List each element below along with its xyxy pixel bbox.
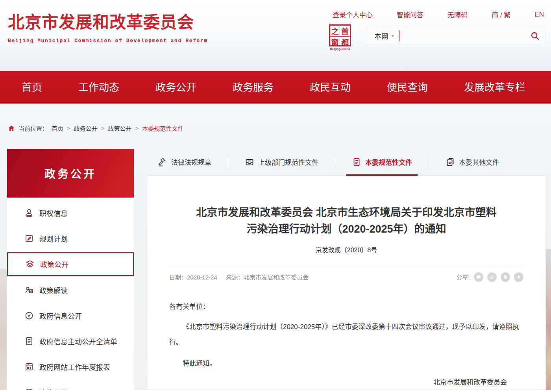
tab-superior-normative-documents[interactable]: 上级部门规范性文件 [239,149,325,175]
sidebar-item-authority-info[interactable]: 职权信息 [7,200,134,226]
nav-item-home[interactable]: 首页 [22,79,42,94]
site-logo: 北京市发展和改革委员会 Beijing Municipal Commission… [8,9,208,44]
document-number: 京发改规〔2020〕8号 [169,245,523,254]
sidebar-item-website-annual-report[interactable]: 政府网站工作年度报表 [7,354,134,379]
sidebar-item-gov-info-openness[interactable]: 政府信息公开 [7,303,134,328]
document-type-tabs: 法律法规规章 上级部门规范性文件 [148,149,545,176]
search-scope-dropdown[interactable]: 本网 ▾ [366,31,399,41]
breadcrumb-separator: > [135,125,139,131]
tab-separator [429,157,429,167]
tab-label: 法律法规规章 [171,157,211,167]
breadcrumb-separator: > [67,125,70,131]
article-meta-row: 日期：2020-12-24 来源：北京市发展和改革委员会 分享: [169,267,523,287]
background-art-right [546,249,551,390]
share-favorite-icon[interactable]: ★ [514,272,523,282]
article-title: 北京市发展和改革委员会 北京市生态环境局关于印发北京市塑料 污染治理行动计划（2… [169,205,523,238]
article-body: 各有关单位： 《北京市塑料污染治理行动计划（2020-2025年）》已经市委深改… [169,300,523,389]
site-title: 北京市发展和改革委员会 [8,9,208,33]
site-header: 北京市发展和改革委员会 Beijing Municipal Commission… [0,0,551,71]
breadcrumb: 当前位置： 首页 > 政务公开 > 政策公开 > 本委规范性文件 [0,104,551,132]
sidebar-item-label: 政府信息主动公开全清单 [39,336,117,346]
seal-char: 之 [330,26,340,37]
document-icon [352,157,361,167]
content-layout: 政务公开 职权信息 规划计划 [0,149,551,390]
sidebar-item-policy-openness[interactable]: 政策公开 [7,252,134,276]
sidebar-item-label: 职权信息 [39,208,68,218]
sidebar-item-label: 政府信息公开 [39,311,82,321]
sidebar-item-policy-interpretation[interactable]: 政策解读 [7,277,134,303]
sidebar-item-label: 决策目录 [39,387,68,390]
share-bar: 分享: [457,272,523,282]
sidebar-item-decision-catalog[interactable]: 决策目录 [7,379,134,390]
home-icon [8,125,15,132]
beijing-china-seal-logo: 之 首 窗 都 Beijing-China [327,24,353,51]
site-subtitle: Beijing Municipal Commission of Developm… [8,38,208,44]
calendar-icon [24,388,34,390]
seal-char: 窗 [330,37,340,47]
report-table-icon [24,362,34,372]
login-personal-center-link[interactable]: 登录个人中心 [333,9,373,19]
breadcrumb-policy-openness[interactable]: 政策公开 [108,124,132,132]
article-signature: 北京市发展和改革委员会 [169,376,523,389]
article-paragraph: 《北京市塑料污染治理行动计划（2020-2025年）》已经市委深改委第十四次会议… [169,319,523,350]
article-meta: 日期：2020-12-24 来源：北京市发展和改革委员会 [169,273,316,281]
share-label: 分享: [457,273,470,281]
search-icon [530,31,540,41]
main-navigation: 首页 工作动态 政务公开 政务服务 政民互动 便民查询 发展改革专栏 [0,71,551,104]
inbox-icon [245,157,254,167]
seal-char: 首 [340,26,350,37]
page-body: 当前位置： 首页 > 政务公开 > 政策公开 > 本委规范性文件 政务公开 职权… [0,104,551,390]
nav-item-work-updates[interactable]: 工作动态 [78,79,119,94]
chevron-down-icon: ▾ [392,33,394,39]
nav-item-gov-services[interactable]: 政务服务 [233,79,274,94]
search-button[interactable] [525,27,545,44]
nav-item-gov-openness[interactable]: 政务公开 [155,79,196,94]
gavel-icon [158,157,167,167]
search-bar: 本网 ▾ [366,27,545,45]
article-title-line: 北京市发展和改革委员会 北京市生态环境局关于印发北京市塑料 [169,205,523,221]
sidebar-item-label: 政策公开 [40,259,68,269]
search-scope-label: 本网 [374,31,388,41]
seal-char: 都 [340,37,350,47]
nav-item-public-interaction[interactable]: 政民互动 [310,79,351,94]
article: 北京市发展和改革委员会 北京市生态环境局关于印发北京市塑料 污染治理行动计划（2… [148,176,545,389]
tab-commission-normative-documents[interactable]: 本委规范性文件 [346,149,418,175]
seal-caption: Beijing-China [327,47,353,51]
accessibility-link[interactable]: 无障碍 [447,9,468,19]
sidebar-item-proactive-disclosure-list[interactable]: 政府信息主动公开全清单 [7,328,134,354]
tab-laws-regulations[interactable]: 法律法规规章 [152,149,218,175]
search-input[interactable] [404,27,525,44]
share-weibo-icon[interactable] [487,272,497,282]
sidebar-item-label: 规划计划 [39,233,68,244]
breadcrumb-home[interactable]: 首页 [52,124,63,132]
sidebar-item-label: 政府网站工作年度报表 [39,362,110,372]
sidebar: 政务公开 职权信息 规划计划 [7,149,134,390]
article-salutation: 各有关单位： [169,300,523,314]
breadcrumb-current: 本委规范性文件 [142,124,183,132]
nav-item-convenient-query[interactable]: 便民查询 [387,79,428,94]
tab-commission-other-documents[interactable]: 本委其他文件 [439,149,505,175]
layers-icon [25,259,35,269]
tab-separator [228,157,228,167]
tab-label: 上级部门规范性文件 [258,157,318,167]
sidebar-title: 政务公开 [7,149,134,198]
stamp-icon [24,208,34,218]
document-list-icon [24,337,34,346]
nav-item-reform-column[interactable]: 发展改革专栏 [464,79,525,94]
article-date: 日期：2020-12-24 [169,274,217,281]
simplified-traditional-link[interactable]: 简 / 繁 [492,9,510,19]
share-qq-icon[interactable] [501,272,510,282]
english-link[interactable]: EN [534,11,544,18]
seal-characters: 之 首 窗 都 [329,24,351,46]
share-wechat-icon[interactable] [474,272,483,282]
background-art-left [0,269,7,390]
breadcrumb-gov-openness[interactable]: 政务公开 [74,124,98,132]
person-check-icon [24,285,34,295]
sidebar-item-plans[interactable]: 规划计划 [7,226,134,251]
article-title-line: 污染治理行动计划（2020-2025年）的通知 [169,221,523,238]
breadcrumb-separator: > [101,125,105,131]
smart-qa-link[interactable]: 智能问答 [397,9,423,19]
documents-copy-icon [446,157,455,167]
top-utility-links: 登录个人中心 智能问答 无障碍 简 / 繁 EN [333,9,544,19]
main-content: 法律法规规章 上级部门规范性文件 [148,149,545,389]
